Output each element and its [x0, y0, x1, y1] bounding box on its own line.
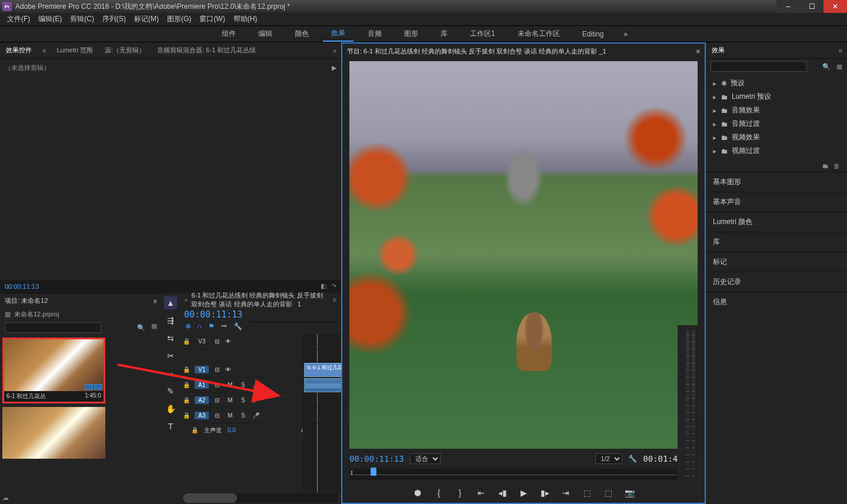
mark-out-button[interactable]: }: [455, 488, 465, 498]
voiceover-icon[interactable]: 🎤: [251, 397, 261, 403]
project-clip-2[interactable]: [2, 407, 105, 459]
timeline-wrench-icon[interactable]: 🔧: [234, 322, 242, 334]
toggle-output-icon[interactable]: 👁: [225, 366, 231, 373]
go-to-in-button[interactable]: ⇤: [476, 488, 486, 498]
mute-toggle[interactable]: M: [225, 382, 235, 388]
effects-folder-audio-fx[interactable]: ▸🖿音频效果: [706, 104, 847, 117]
window-minimize-button[interactable]: –: [776, 0, 800, 13]
panel-essential-graphics[interactable]: 基本图形: [706, 172, 847, 192]
lock-icon[interactable]: 🔒: [183, 382, 191, 388]
effects-folder-video-fx[interactable]: ▸🖿视频效果: [706, 131, 847, 144]
fit-dropdown[interactable]: 适合: [410, 453, 441, 464]
tool-razor[interactable]: ✂: [164, 349, 177, 362]
effects-delete-icon[interactable]: 🗑: [833, 162, 840, 169]
clip-v1[interactable]: fx 6-1 和过几花丛: [304, 363, 341, 377]
track-header-v2[interactable]: [179, 349, 303, 362]
play-button[interactable]: ▶: [519, 488, 528, 498]
menu-help[interactable]: 帮助(H): [230, 14, 261, 24]
program-scrubber[interactable]: [349, 469, 698, 480]
clip-a1[interactable]: [304, 378, 341, 392]
snap-toggle-icon[interactable]: ❄: [185, 322, 191, 334]
panel-lumetri-color[interactable]: Lumetri 颜色: [706, 212, 847, 232]
timeline-scrollbar[interactable]: [183, 493, 338, 503]
effect-controls-menu-icon[interactable]: ≡: [42, 47, 46, 54]
effects-folder-audio-trans[interactable]: ▸🖿音频过渡: [706, 117, 847, 131]
panel-markers[interactable]: 标记: [706, 252, 847, 272]
tool-slip[interactable]: ↔: [164, 367, 177, 380]
project-panel-menu-icon[interactable]: ≡: [154, 298, 157, 305]
add-marker-button[interactable]: ⬢: [413, 488, 422, 498]
step-back-button[interactable]: ◂▮: [498, 488, 507, 498]
scrollbar-thumb[interactable]: [183, 493, 237, 503]
tool-type[interactable]: T: [164, 420, 177, 433]
panel-essential-sound[interactable]: 基本声音: [706, 192, 847, 212]
program-in-timecode[interactable]: 00:00:11:13: [349, 454, 404, 463]
program-video-preview[interactable]: [349, 61, 698, 449]
sequence-menu-icon[interactable]: ≡: [333, 296, 336, 303]
window-maximize-button[interactable]: ☐: [800, 0, 823, 13]
timeline-settings-icon[interactable]: ⮕: [221, 322, 228, 334]
linked-selection-icon[interactable]: ∩: [197, 322, 202, 334]
lock-icon[interactable]: 🔒: [183, 338, 191, 345]
track-header-v1[interactable]: 🔒 V1 ⊟ 👁: [179, 362, 303, 378]
menu-clip[interactable]: 剪辑(C): [66, 14, 98, 24]
sequence-name[interactable]: 6-1 和过几花丛练剑 经典的舞剑镜头 反手拔剑 双剑合璧 谈话 经典的单人走的…: [191, 291, 329, 309]
mute-toggle[interactable]: M: [225, 397, 235, 403]
lane-a3[interactable]: [303, 408, 341, 423]
effects-panel-tab[interactable]: 效果: [711, 46, 726, 55]
solo-toggle[interactable]: S: [238, 397, 248, 403]
scrubber-playhead[interactable]: [371, 468, 376, 476]
timeline-tracks[interactable]: fx 6-1 和过几花丛: [303, 334, 341, 493]
source-overwrite-icon[interactable]: ↷: [331, 282, 336, 290]
track-header-a1[interactable]: 🔒 A1 ⊟ M S 🎤: [179, 378, 303, 393]
track-label[interactable]: V3: [195, 338, 209, 345]
program-title[interactable]: 节目: 6-1 和过几花丛练剑 经典的舞剑镜头 反手拔剑 双剑合璧 谈话 经典的…: [347, 47, 606, 56]
workspace-tab-library[interactable]: 库: [432, 26, 456, 41]
sync-lock-icon[interactable]: ⊟: [212, 397, 222, 403]
workspace-tab-audio[interactable]: 音频: [359, 26, 390, 41]
workspace-tab-assembly[interactable]: 组件: [214, 26, 244, 41]
workspace-tab-graphics[interactable]: 图形: [396, 26, 426, 41]
add-marker-icon[interactable]: ⚑: [208, 322, 215, 334]
voiceover-icon[interactable]: 🎤: [251, 382, 261, 388]
lock-icon[interactable]: 🔒: [183, 397, 191, 403]
lock-icon[interactable]: 🔒: [183, 412, 191, 419]
mute-toggle[interactable]: M: [225, 412, 235, 419]
project-clip-1[interactable]: 6-1 和过几花丛 1:45:0: [2, 338, 105, 403]
step-fwd-button[interactable]: ▮▸: [540, 488, 549, 498]
tool-selection[interactable]: ▲: [164, 296, 177, 309]
panel-history[interactable]: 历史记录: [706, 272, 847, 292]
workspace-tab-editing[interactable]: 编辑: [250, 26, 281, 41]
sync-lock-icon[interactable]: ⊟: [212, 412, 222, 419]
workspace-tab-unnamed[interactable]: 未命名工作区: [509, 26, 568, 41]
extract-button[interactable]: ⬚: [603, 488, 613, 498]
workspace-tab-editing2[interactable]: Editing: [574, 28, 612, 41]
tab-effect-controls[interactable]: 效果控件: [5, 46, 33, 55]
lane-v1[interactable]: fx 6-1 和过几花丛: [303, 362, 341, 378]
source-panel-more-button[interactable]: »: [333, 47, 336, 54]
track-label[interactable]: A2: [195, 396, 209, 404]
effects-panel-menu-icon[interactable]: ≡: [839, 47, 842, 54]
project-search-input[interactable]: [5, 322, 101, 333]
menu-sequence[interactable]: 序列(S): [99, 14, 129, 24]
lock-icon[interactable]: 🔒: [191, 427, 198, 433]
voiceover-icon[interactable]: 🎤: [251, 412, 261, 419]
timeline-ruler[interactable]: :00:00 00:05:00:00: [249, 307, 336, 322]
workspace-tab-ws1[interactable]: 工作区1: [462, 26, 503, 41]
menu-marker[interactable]: 标记(M): [131, 14, 162, 24]
tab-audio-clip-mixer[interactable]: 音频剪辑混合器: 6-1 和过几花丛续: [156, 46, 257, 55]
workspace-tab-effects[interactable]: 效果: [323, 26, 354, 42]
solo-toggle[interactable]: S: [238, 412, 248, 419]
window-close-button[interactable]: ✕: [823, 0, 847, 13]
solo-toggle[interactable]: S: [238, 382, 248, 388]
project-panel-tab[interactable]: 项目: 未命名12: [5, 296, 48, 305]
master-db-value[interactable]: 0.0: [228, 427, 236, 433]
sync-status-icon[interactable]: ☁: [2, 494, 9, 502]
timeline-timecode[interactable]: 00:00:11:13: [184, 309, 242, 320]
project-filter-icon[interactable]: ▦: [151, 322, 157, 333]
tab-lumetri-scopes[interactable]: Lumetri 范围: [55, 46, 94, 55]
mark-in-button[interactable]: {: [434, 488, 443, 498]
lane-a2[interactable]: [303, 393, 341, 408]
track-header-master[interactable]: 🔒 主声道 0.0 ⫞: [179, 423, 303, 438]
workspace-tab-color[interactable]: 颜色: [286, 26, 317, 41]
